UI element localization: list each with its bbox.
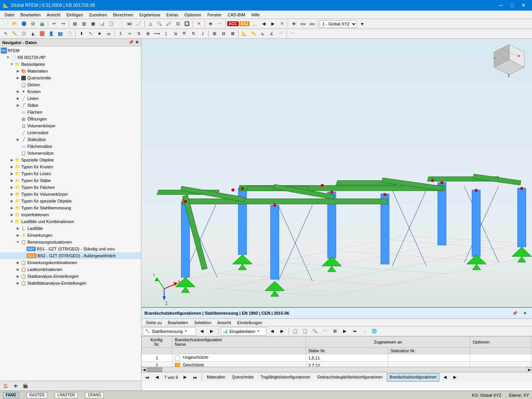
tb-table[interactable]: ▤ — [71, 20, 79, 28]
nav-close-button[interactable]: ✕ — [135, 40, 139, 45]
data-prev[interactable]: ◀ — [268, 327, 276, 336]
tb-new[interactable]: 📄 — [2, 20, 10, 28]
tree-ewkombi[interactable]: ▶ 📋 Einwirkungskombinationen — [0, 259, 141, 266]
tb2-angle[interactable]: ∠ — [268, 30, 276, 38]
tree-volumkoerper[interactable]: ◻ Volumenkörper — [0, 122, 141, 129]
tree-einwirkungen[interactable]: ▶ ⚡ Einwirkungen — [0, 232, 141, 239]
tb2-person2[interactable]: 👥 — [56, 30, 65, 38]
tb2-load5[interactable]: ⟿ — [153, 30, 161, 38]
tree-lastfaelle-header[interactable]: ▼ 📁 Lastfälle und Kombinationen — [0, 218, 141, 225]
hscroll-thumb[interactable] — [147, 367, 162, 372]
panel-menu-ansicht[interactable]: Ansicht — [214, 320, 234, 325]
tree-project[interactable]: ▼ 📄 KB 001729.rf6* — [0, 54, 141, 61]
tb-arrow-left[interactable]: ◀ — [260, 20, 268, 28]
tree-basisobjekte[interactable]: ▼ 📁 Basisobjekte — [0, 61, 141, 68]
tree-bs2[interactable]: ACC BS2 - GZT (STR/GEO) - Außergewöhnlic… — [0, 252, 141, 259]
panel-menu-goteto[interactable]: Gehe zu — [143, 320, 165, 325]
panel-menu-einstellungen[interactable]: Einstellungen — [234, 320, 265, 325]
maximize-button[interactable]: □ — [507, 0, 518, 11]
tree-bemsit[interactable]: ▼ 📋 Bemessungssituationen — [0, 239, 141, 245]
data-next[interactable]: ▶ — [278, 327, 286, 336]
page-prev[interactable]: ◀ — [153, 373, 161, 382]
status-fang[interactable]: FANG — [3, 392, 19, 398]
status-lraster[interactable]: LRASTER — [55, 392, 78, 398]
menu-ansicht[interactable]: Ansicht — [44, 12, 63, 18]
tree-typen-spez[interactable]: ▶ 📁 Typen für spezielle Objekte — [0, 198, 141, 204]
tb-dots[interactable]: ⋯ — [215, 20, 224, 28]
tb2-block[interactable]: 🧱 — [38, 30, 46, 38]
tree-staebe[interactable]: ▶ ╱ Stäbe — [0, 102, 141, 109]
pt-btn5[interactable]: ⊞ — [331, 327, 339, 336]
tb-cross[interactable]: ✕ — [195, 20, 203, 28]
hscroll[interactable]: ◀ ▶ — [141, 367, 532, 372]
menu-optionen[interactable]: Optionen — [181, 12, 204, 18]
tb-table6[interactable]: 📄 — [116, 20, 125, 28]
tb2-pen[interactable]: ✏️ — [11, 30, 19, 38]
pt-btn9[interactable]: 🌐 — [370, 327, 378, 336]
pt-btn3[interactable]: 🔍 — [311, 327, 319, 336]
menu-zuordnen[interactable]: Zuordnen — [86, 12, 110, 18]
tb-sc[interactable]: SC — [125, 20, 134, 28]
tb2-more2[interactable]: ⋯ — [277, 30, 285, 38]
status-raster[interactable]: RASTER — [27, 392, 48, 398]
tree-imperfektionen[interactable]: ▶ 📁 Imperfektionen — [0, 211, 141, 218]
tree-typen-knoten[interactable]: ▶ 📁 Typen für Knoten — [0, 163, 141, 170]
tb2-load10[interactable]: ⤸ — [198, 30, 207, 38]
tree-typen-linien[interactable]: ▶ 📁 Typen für Linien — [0, 170, 141, 177]
tree-volumsaetze[interactable]: 📋 Volumensätze — [0, 150, 141, 157]
tb-settings[interactable]: ⚙️ — [29, 20, 37, 28]
tb-table5[interactable]: 📋 — [107, 20, 116, 28]
tb2-arrow-d[interactable]: ⬇ — [77, 30, 86, 38]
pt-btn7[interactable]: ⮕ — [350, 327, 359, 336]
tb-xxx[interactable]: xxx — [299, 20, 307, 28]
tb-zoom-out[interactable]: 🔎 — [165, 20, 173, 28]
tb2-load2[interactable]: ⇨ — [125, 30, 134, 38]
tb2-clock[interactable]: 🕐 — [65, 30, 74, 38]
design-prev[interactable]: ◀ — [198, 327, 206, 336]
tab-gebrauch[interactable]: Gebrauchstauglichkeitskonfigurationen — [315, 373, 385, 382]
tree-typen-staebe[interactable]: ▶ 📁 Typen für Stäbe — [0, 177, 141, 184]
tab-querschnitte[interactable]: Querschnitte — [230, 373, 256, 382]
tree-stabsaetze[interactable]: ▶ ╱ Stabsätze — [0, 136, 141, 143]
tb-table4[interactable]: 📊 — [98, 20, 106, 28]
menu-bearbeiten[interactable]: Bearbeiten — [17, 12, 44, 18]
tree-querschnitte[interactable]: ▶ ⬛ Querschnitte — [0, 74, 141, 81]
nav-icon3[interactable]: 🎬 — [21, 382, 30, 390]
tb2-load4[interactable]: ⊕ — [144, 30, 152, 38]
tb-table3[interactable]: ▦ — [89, 20, 97, 28]
nav-icon1[interactable]: 🏠 — [2, 382, 10, 390]
tb2-star[interactable]: ★ — [95, 30, 104, 38]
tb-undo[interactable]: ↩ — [50, 20, 58, 28]
tb2-load1[interactable]: ⇩ — [116, 30, 125, 38]
tab-prev[interactable]: ◀ — [441, 373, 449, 382]
tab-materialien[interactable]: Materialien — [204, 373, 228, 382]
table-row[interactable]: 2 Geschützte 2,7,12 — [142, 362, 532, 367]
xyz-select[interactable]: 1 - Global XYZ — [320, 20, 357, 28]
tree-typen-vk[interactable]: ▶ 📁 Typen für Volumenkörper — [0, 191, 141, 198]
hscroll-track[interactable] — [147, 367, 527, 372]
tb2-load3[interactable]: ↯ — [135, 30, 143, 38]
close-button[interactable]: ✕ — [518, 0, 529, 11]
viewport[interactable]: Y X Z — [141, 39, 532, 391]
page-first[interactable]: ⏮ — [143, 373, 151, 382]
tb-view1[interactable]: 👁 — [290, 20, 298, 28]
tb2-more3[interactable]: ⋯ — [288, 30, 297, 38]
tree-rfem[interactable]: RF RFEM — [0, 47, 141, 54]
menu-extras[interactable]: Extras — [163, 12, 181, 18]
tab-next[interactable]: ▶ — [451, 373, 459, 382]
tb2-measure3[interactable]: ⊾ — [258, 30, 267, 38]
design-next[interactable]: ▶ — [207, 327, 216, 336]
menu-fenster[interactable]: Fenster — [204, 12, 225, 18]
tb2-load9[interactable]: ↻ — [189, 30, 198, 38]
tree-dicken[interactable]: 📋 Dicken — [0, 81, 141, 88]
tb-open[interactable]: 📂 — [11, 20, 19, 28]
tb2-load7[interactable]: ⇲ — [171, 30, 179, 38]
tb2-shapes[interactable]: ⬡ — [20, 30, 28, 38]
tab-tragfaehigkeit[interactable]: Tragfähigkeitskonfigurationen — [258, 373, 313, 382]
hscroll-left[interactable]: ◀ — [141, 367, 147, 372]
tree-knoten[interactable]: ▶ • Knoten — [0, 88, 141, 95]
tb-triangle[interactable]: △ — [146, 20, 155, 28]
pt-btn2[interactable]: 📋 — [301, 327, 309, 336]
tb-table2[interactable]: ▥ — [80, 20, 88, 28]
menu-cadbim[interactable]: CAD-BIM — [225, 12, 248, 18]
